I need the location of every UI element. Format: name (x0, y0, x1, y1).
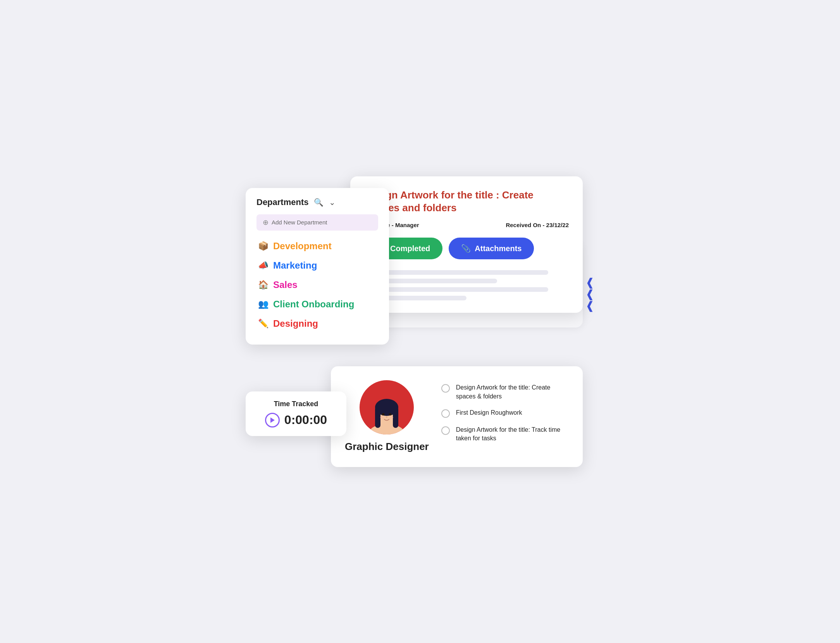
chevron-arrow-1: ❰ (585, 277, 594, 288)
play-button[interactable] (265, 413, 280, 428)
chevron-arrows: ❰ ❰ ❰ (585, 277, 594, 311)
time-value: 0:00:00 (284, 413, 327, 427)
add-icon: ⊕ (263, 218, 269, 227)
task-radio-1[interactable] (441, 384, 450, 393)
task-radio-2[interactable] (441, 409, 450, 418)
departments-card: Departments 🔍 ⌄ ⊕ Add New Department 📦 D… (246, 188, 389, 345)
svg-point-9 (380, 416, 384, 419)
dept-item-client-onboarding[interactable]: 👥 Client Onboarding (256, 296, 378, 313)
profile-card: Graphic Designer Design Artwork for the … (331, 366, 583, 467)
task-content-lines (364, 270, 569, 300)
sales-icon: 🏠 (258, 280, 269, 290)
paperclip-icon: 📎 (461, 244, 471, 253)
department-list: 📦 Development 📣 Marketing 🏠 Sales 👥 Clie… (256, 238, 378, 332)
dept-item-designing[interactable]: ✏️ Designing (256, 315, 378, 332)
svg-point-7 (389, 413, 392, 415)
svg-point-8 (386, 417, 387, 418)
chevron-arrow-2: ❰ (585, 289, 594, 300)
marketing-icon: 📣 (258, 260, 269, 271)
development-icon: 📦 (258, 241, 269, 251)
profile-task-item: First Design Roughwork (441, 409, 569, 418)
client-onboarding-icon: 👥 (258, 299, 269, 309)
time-tracked-card: Time Tracked 0:00:00 (246, 391, 346, 436)
avatar (360, 380, 414, 434)
add-department-label: Add New Department (272, 219, 327, 226)
dept-label-designing: Designing (273, 318, 318, 329)
profile-role: Graphic Designer (345, 441, 429, 453)
task-received-date: Received On - 23/12/22 (506, 222, 569, 228)
dept-label-onboarding: Client Onboarding (273, 299, 354, 310)
profile-task-item: Design Artwork for the title: Create spa… (441, 383, 569, 401)
dept-item-sales[interactable]: 🏠 Sales (256, 276, 378, 293)
profile-tasks: Design Artwork for the title: Create spa… (441, 380, 569, 443)
svg-point-10 (389, 416, 393, 419)
svg-rect-4 (375, 407, 380, 428)
dept-item-development[interactable]: 📦 Development (256, 238, 378, 255)
add-department-button[interactable]: ⊕ Add New Department (256, 214, 378, 231)
dept-item-marketing[interactable]: 📣 Marketing (256, 257, 378, 274)
task-title: Design Artwork for the title : Create Sp… (364, 189, 569, 215)
completed-label: Completed (390, 244, 430, 253)
time-tracked-title: Time Tracked (255, 400, 337, 408)
content-line (364, 270, 548, 275)
search-icon[interactable]: 🔍 (314, 198, 324, 207)
departments-header: Departments 🔍 ⌄ (256, 197, 378, 207)
task-radio-3[interactable] (441, 426, 450, 435)
svg-marker-11 (270, 417, 275, 423)
attachments-label: Attachments (475, 244, 522, 253)
time-display: 0:00:00 (255, 413, 337, 428)
profile-task-item: Design Artwork for the title: Track time… (441, 426, 569, 443)
profile-task-text-1: Design Artwork for the title: Create spa… (456, 383, 569, 401)
designing-icon: ✏️ (258, 319, 269, 329)
profile-task-text-2: First Design Roughwork (456, 409, 522, 417)
chevron-arrow-3: ❰ (585, 300, 594, 311)
task-meta: Assignee - Manager Received On - 23/12/2… (364, 222, 569, 228)
departments-title: Departments (256, 197, 308, 207)
profile-task-text-3: Design Artwork for the title: Track time… (456, 426, 569, 443)
svg-rect-5 (393, 407, 398, 428)
content-line (364, 287, 548, 292)
svg-point-6 (382, 413, 385, 415)
attachments-button[interactable]: 📎 Attachments (449, 238, 534, 259)
task-actions: ✅ Completed 📎 Attachments (364, 238, 569, 259)
avatar-section: Graphic Designer (345, 380, 429, 453)
chevron-down-icon[interactable]: ⌄ (329, 198, 336, 207)
dept-label-development: Development (273, 241, 332, 252)
dept-label-sales: Sales (273, 279, 298, 290)
dept-label-marketing: Marketing (273, 260, 317, 271)
